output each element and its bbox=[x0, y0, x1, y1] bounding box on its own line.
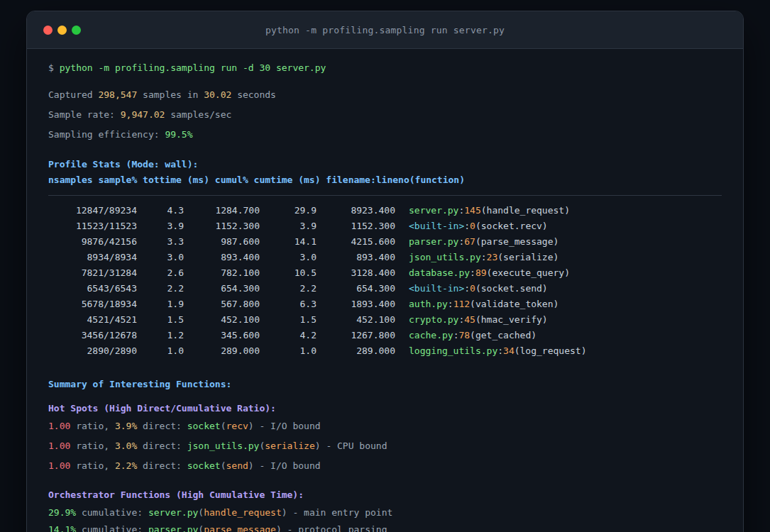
text-segment: 1.00 bbox=[48, 440, 70, 451]
text-segment: ( bbox=[481, 205, 487, 216]
text-segment: - main entry point bbox=[287, 507, 393, 518]
text-segment: logging_utils.py bbox=[409, 345, 497, 356]
text-segment: ) bbox=[581, 345, 587, 356]
text-segment: Summary of Interesting Functions: bbox=[48, 379, 231, 389]
text-segment: database.py bbox=[409, 267, 470, 278]
text-segment: - I/O bound bbox=[254, 460, 321, 471]
text-segment: socket bbox=[187, 460, 221, 471]
text-segment: Profile Stats (Mode: wall): bbox=[48, 159, 198, 170]
text-segment: 893.400 bbox=[184, 250, 260, 265]
divider bbox=[48, 195, 722, 196]
text-segment: 34 bbox=[503, 345, 515, 356]
function-location: database.py:89(execute_query) bbox=[409, 265, 570, 281]
terminal-line: 1.00 ratio, 3.0% direct: json_utils.py(s… bbox=[48, 438, 722, 454]
text-segment: log_request bbox=[520, 345, 581, 356]
text-segment: Sampling efficiency: bbox=[48, 129, 165, 140]
text-segment: 4521/4521 bbox=[48, 312, 137, 328]
text-segment: 1.00 bbox=[48, 460, 70, 471]
text-segment: 1.5 bbox=[137, 312, 184, 328]
text-segment: ( bbox=[497, 252, 503, 262]
text-segment: 567.800 bbox=[184, 297, 260, 312]
text-segment: 7821/31284 bbox=[48, 265, 137, 281]
minimize-button[interactable] bbox=[57, 26, 67, 35]
text-segment: 78 bbox=[458, 330, 470, 340]
text-segment: 3.9% bbox=[115, 421, 137, 431]
window-controls bbox=[43, 26, 81, 35]
text-segment: handle_request bbox=[204, 507, 282, 518]
terminal-titlebar[interactable]: python -m profiling.sampling run server.… bbox=[27, 11, 743, 49]
text-segment: 29.9% bbox=[48, 507, 76, 518]
function-location: cache.py:78(get_cached) bbox=[409, 328, 537, 343]
text-segment: auth.py bbox=[409, 299, 448, 309]
function-location: json_utils.py:23(serialize) bbox=[409, 250, 559, 265]
text-segment: 112 bbox=[453, 299, 470, 309]
text-segment: - protocol parsing bbox=[282, 524, 387, 532]
text-segment: 99.5% bbox=[165, 129, 192, 140]
terminal-line: Sample rate: 9,947.02 samples/sec bbox=[48, 107, 722, 123]
text-segment: ) bbox=[248, 460, 254, 471]
window-title: python -m profiling.sampling run server.… bbox=[27, 25, 743, 35]
text-segment: 10.5 bbox=[260, 265, 317, 281]
zoom-button[interactable] bbox=[72, 26, 81, 35]
terminal-line: 1.00 ratio, 2.2% direct: socket(send) - … bbox=[48, 458, 722, 474]
stats-row: 3456/126781.2345.6004.21267.800cache.py:… bbox=[48, 328, 722, 343]
text-segment: 289.000 bbox=[317, 343, 395, 359]
function-location: logging_utils.py:34(log_request) bbox=[409, 343, 586, 359]
text-segment: 89 bbox=[475, 267, 487, 278]
text-segment: serialize bbox=[265, 440, 314, 451]
text-segment: 654.300 bbox=[184, 281, 260, 297]
text-segment: ) bbox=[554, 236, 559, 247]
close-button[interactable] bbox=[43, 26, 53, 35]
text-segment: crypto.py bbox=[409, 314, 458, 325]
text-segment: 1152.300 bbox=[184, 218, 260, 234]
text-segment: $ bbox=[48, 62, 60, 73]
text-segment: ( bbox=[475, 236, 481, 247]
text-segment: <built-in> bbox=[409, 283, 464, 294]
text-segment: ( bbox=[198, 524, 204, 532]
stats-row: 9876/421563.3987.60014.14215.600parser.p… bbox=[48, 234, 722, 250]
terminal-line: nsamples sample% tottime (ms) cumul% cum… bbox=[48, 172, 722, 188]
text-segment: 1.0 bbox=[137, 343, 184, 359]
text-segment: get_cached bbox=[475, 330, 531, 340]
stats-row: 8934/89343.0893.4003.0893.400json_utils.… bbox=[48, 250, 722, 265]
terminal-line: Sampling efficiency: 99.5% bbox=[48, 127, 722, 143]
text-segment: ) bbox=[554, 299, 559, 309]
text-segment: direct: bbox=[137, 421, 187, 431]
text-segment: 289.000 bbox=[184, 343, 260, 359]
text-segment: json_utils.py bbox=[409, 252, 481, 262]
text-segment: serialize bbox=[503, 252, 553, 262]
text-segment: 654.300 bbox=[317, 281, 395, 297]
text-segment: 452.100 bbox=[184, 312, 260, 328]
text-segment: samples in bbox=[137, 89, 204, 100]
text-segment: server.py bbox=[409, 205, 458, 216]
text-segment: socket bbox=[187, 421, 221, 431]
text-segment: 452.100 bbox=[317, 312, 395, 328]
text-segment: 14.1% bbox=[48, 524, 76, 532]
terminal-window: python -m profiling.sampling run server.… bbox=[26, 11, 744, 532]
text-segment: json_utils.py bbox=[187, 440, 260, 451]
text-segment: server.py bbox=[148, 507, 198, 518]
terminal-output[interactable]: $ python -m profiling.sampling run -d 30… bbox=[27, 49, 743, 532]
function-location: server.py:145(handle_request) bbox=[409, 203, 570, 218]
text-segment: ) bbox=[315, 440, 321, 451]
stats-row: 5678/189341.9567.8006.31893.400auth.py:1… bbox=[48, 297, 722, 312]
text-segment: 67 bbox=[464, 236, 475, 247]
stats-row: 7821/312842.6782.10010.53128.400database… bbox=[48, 265, 722, 281]
text-segment: : bbox=[481, 252, 487, 262]
function-location: crypto.py:45(hmac_verify) bbox=[409, 312, 548, 328]
text-segment: samples/sec bbox=[165, 109, 231, 120]
text-segment: ( bbox=[198, 507, 204, 518]
text-segment: 1.0 bbox=[260, 343, 317, 359]
text-segment: 14.1 bbox=[260, 234, 317, 250]
text-segment: 3.9 bbox=[260, 218, 317, 234]
text-segment: 8923.400 bbox=[317, 203, 395, 218]
stats-row: 6543/65432.2654.3002.2654.300<built-in>:… bbox=[48, 281, 722, 297]
text-segment: parse_message bbox=[481, 236, 554, 247]
terminal-line: 1.00 ratio, 3.9% direct: socket(recv) - … bbox=[48, 419, 722, 434]
text-segment: 782.100 bbox=[184, 265, 260, 281]
text-segment: 30.02 bbox=[204, 89, 231, 100]
text-segment: 3.0 bbox=[260, 250, 317, 265]
text-segment: socket.recv bbox=[481, 221, 542, 231]
text-segment: : bbox=[464, 221, 470, 231]
text-segment: 2.2% bbox=[115, 460, 137, 471]
